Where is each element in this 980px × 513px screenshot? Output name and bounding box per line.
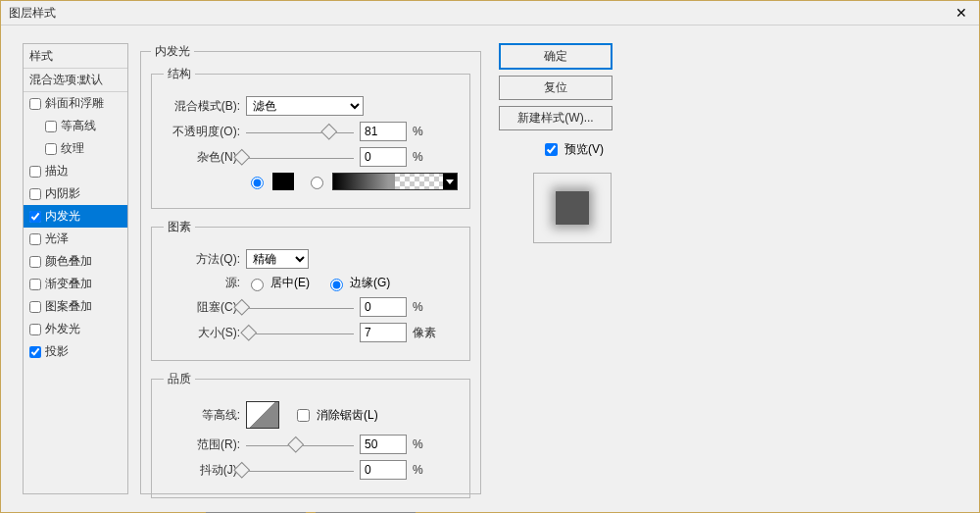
sidebar-item-label: 内发光 <box>45 208 80 225</box>
sidebar-blend-options[interactable]: 混合选项:默认 <box>24 69 127 92</box>
choke-input[interactable] <box>360 297 407 317</box>
size-slider[interactable] <box>246 326 354 339</box>
sidebar-item-10[interactable]: 外发光 <box>24 318 127 340</box>
technique-label: 方法(Q): <box>164 251 240 268</box>
blend-mode-select[interactable]: 滤色 <box>246 96 364 116</box>
elements-legend: 图素 <box>164 219 195 235</box>
gradient-radio[interactable] <box>306 174 326 189</box>
close-icon[interactable]: ✕ <box>952 5 971 21</box>
jitter-unit: % <box>413 463 423 477</box>
sidebar-item-1[interactable]: 等高线 <box>24 115 127 137</box>
noise-unit: % <box>413 150 423 164</box>
layer-style-dialog: 图层样式 ✕ 样式 混合选项:默认 斜面和浮雕等高线纹理描边内阴影内发光光泽颜色… <box>0 0 980 513</box>
contour-label: 等高线: <box>164 407 240 424</box>
sidebar-item-11[interactable]: 投影 <box>24 340 127 363</box>
choke-unit: % <box>413 300 423 314</box>
preview-swatch <box>556 191 589 225</box>
sidebar-item-6[interactable]: 光泽 <box>24 228 127 250</box>
sidebar-checkbox-6[interactable] <box>29 233 41 245</box>
sidebar-item-7[interactable]: 颜色叠加 <box>24 250 127 273</box>
source-edge-radio[interactable]: 边缘(G) <box>325 275 390 291</box>
range-input[interactable] <box>360 435 407 454</box>
sidebar-checkbox-3[interactable] <box>29 166 41 178</box>
gradient-picker[interactable] <box>332 173 458 190</box>
right-panel: 确定 复位 新建样式(W)... 预览(V) <box>499 43 646 494</box>
sidebar-item-5[interactable]: 内发光 <box>24 205 127 228</box>
sidebar-item-label: 光泽 <box>45 231 69 247</box>
new-style-button[interactable]: 新建样式(W)... <box>499 106 612 130</box>
cancel-button[interactable]: 复位 <box>499 76 612 100</box>
noise-input[interactable] <box>360 147 407 167</box>
sidebar-checkbox-5[interactable] <box>29 211 41 223</box>
chevron-down-icon[interactable] <box>443 174 457 189</box>
sidebar-item-label: 渐变叠加 <box>45 276 92 292</box>
sidebar-checkbox-9[interactable] <box>29 301 41 313</box>
jitter-slider[interactable] <box>246 463 354 477</box>
ok-button[interactable]: 确定 <box>499 43 612 70</box>
titlebar: 图层样式 ✕ <box>1 1 979 26</box>
sidebar-checkbox-8[interactable] <box>29 279 41 290</box>
antialias-checkbox[interactable]: 消除锯齿(L) <box>293 406 378 425</box>
sidebar-item-3[interactable]: 描边 <box>24 160 127 182</box>
jitter-input[interactable] <box>360 460 407 480</box>
range-slider[interactable] <box>246 437 354 451</box>
quality-legend: 品质 <box>164 371 195 387</box>
sidebar-item-label: 描边 <box>45 163 69 180</box>
sidebar-item-label: 内阴影 <box>45 185 80 202</box>
preview-box <box>533 173 612 243</box>
preview-checkbox[interactable]: 预览(V) <box>499 140 646 159</box>
sidebar-item-label: 等高线 <box>61 118 96 134</box>
opacity-input[interactable] <box>360 122 407 141</box>
sidebar-item-label: 颜色叠加 <box>45 253 92 270</box>
sidebar-item-4[interactable]: 内阴影 <box>24 182 127 205</box>
quality-group: 品质 等高线: 消除锯齿(L) 范围(R): % 抖动(J): <box>151 371 470 498</box>
choke-label: 阻塞(C): <box>164 299 240 316</box>
blend-mode-label: 混合模式(B): <box>164 98 240 115</box>
inner-glow-panel: 内发光 结构 混合模式(B): 滤色 不透明度(O): % 杂色(N): <box>140 43 481 494</box>
color-swatch[interactable] <box>272 173 294 190</box>
source-label: 源: <box>164 275 240 291</box>
dialog-title: 图层样式 <box>9 5 56 22</box>
sidebar-checkbox-2[interactable] <box>45 143 57 155</box>
structure-legend: 结构 <box>164 66 195 82</box>
opacity-slider[interactable] <box>246 125 354 138</box>
opacity-label: 不透明度(O): <box>164 124 240 140</box>
opacity-unit: % <box>413 125 423 138</box>
choke-slider[interactable] <box>246 300 354 314</box>
sidebar-item-2[interactable]: 纹理 <box>24 137 127 160</box>
sidebar-item-9[interactable]: 图案叠加 <box>24 295 127 318</box>
sidebar-checkbox-7[interactable] <box>29 256 41 268</box>
sidebar-item-label: 外发光 <box>45 321 80 337</box>
range-label: 范围(R): <box>164 436 240 453</box>
noise-slider[interactable] <box>246 150 354 164</box>
contour-picker[interactable] <box>246 401 279 429</box>
sidebar-checkbox-10[interactable] <box>29 324 41 335</box>
sidebar-item-0[interactable]: 斜面和浮雕 <box>24 92 127 115</box>
elements-group: 图素 方法(Q): 精确 源: 居中(E) 边缘(G) 阻塞(C): <box>151 219 470 361</box>
sidebar-item-label: 投影 <box>45 343 69 360</box>
range-unit: % <box>413 437 423 451</box>
technique-select[interactable]: 精确 <box>246 249 309 269</box>
sidebar-checkbox-0[interactable] <box>29 98 41 110</box>
noise-label: 杂色(N): <box>164 149 240 166</box>
color-radio[interactable] <box>246 174 267 189</box>
source-center-radio[interactable]: 居中(E) <box>246 275 310 291</box>
jitter-label: 抖动(J): <box>164 462 240 479</box>
style-sidebar: 样式 混合选项:默认 斜面和浮雕等高线纹理描边内阴影内发光光泽颜色叠加渐变叠加图… <box>23 43 128 494</box>
sidebar-item-8[interactable]: 渐变叠加 <box>24 273 127 295</box>
size-label: 大小(S): <box>164 325 240 341</box>
sidebar-item-label: 斜面和浮雕 <box>45 95 104 112</box>
panel-legend: 内发光 <box>151 43 194 60</box>
structure-group: 结构 混合模式(B): 滤色 不透明度(O): % 杂色(N): <box>151 66 470 209</box>
sidebar-item-label: 纹理 <box>61 140 84 157</box>
size-input[interactable] <box>360 323 407 342</box>
sidebar-header[interactable]: 样式 <box>24 45 127 69</box>
size-unit: 像素 <box>413 325 436 341</box>
sidebar-checkbox-11[interactable] <box>29 346 41 358</box>
sidebar-checkbox-1[interactable] <box>45 121 57 132</box>
sidebar-checkbox-4[interactable] <box>29 188 41 200</box>
sidebar-item-label: 图案叠加 <box>45 298 92 315</box>
